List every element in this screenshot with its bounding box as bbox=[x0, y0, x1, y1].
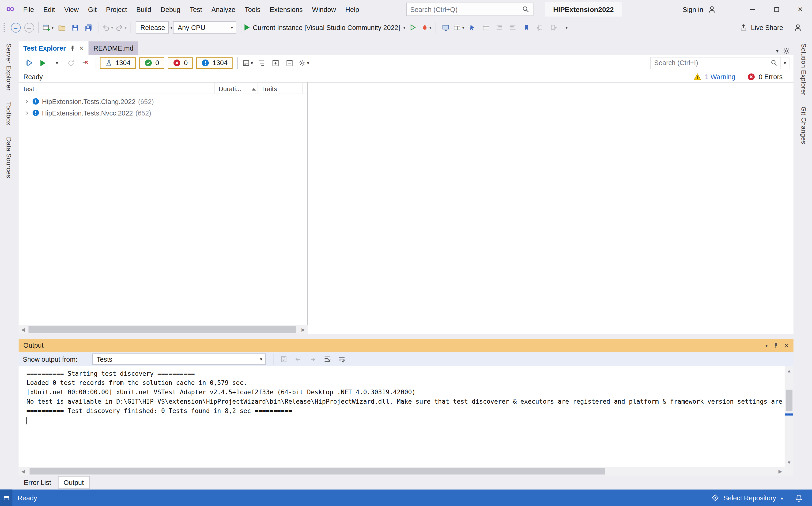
sign-in[interactable]: Sign in bbox=[683, 0, 716, 19]
column-header-traits[interactable]: Traits bbox=[258, 83, 303, 93]
feedback-icon[interactable] bbox=[794, 24, 802, 31]
open-file-button[interactable] bbox=[55, 21, 68, 34]
save-all-button[interactable] bbox=[82, 21, 95, 34]
test-settings-gear-icon[interactable]: ▾ bbox=[297, 56, 310, 70]
panel-settings-gear-icon[interactable] bbox=[783, 47, 791, 55]
user-account-icon[interactable] bbox=[708, 5, 716, 13]
live-share-label[interactable]: Live Share bbox=[751, 24, 783, 31]
search-options-chevron-icon[interactable]: ▾ bbox=[781, 57, 789, 69]
find-message-icon[interactable] bbox=[277, 352, 290, 366]
test-group-row-nvcc[interactable]: HipExtension.Tests.Nvcc.2022 (652) bbox=[19, 107, 307, 118]
chevron-up-icon[interactable]: ▴ bbox=[781, 495, 783, 500]
total-tests-badge[interactable]: 1304 bbox=[100, 57, 136, 69]
scroll-up-arrow-icon[interactable]: ▲ bbox=[785, 366, 794, 375]
next-message-icon[interactable] bbox=[307, 352, 319, 366]
sidebar-tab-toolbox[interactable]: Toolbox bbox=[5, 102, 12, 125]
save-button[interactable] bbox=[69, 21, 81, 34]
scrollbar-thumb[interactable] bbox=[786, 390, 793, 411]
bookmark-icon[interactable] bbox=[520, 21, 533, 34]
sidebar-tab-solution-explorer[interactable]: Solution Explorer bbox=[800, 44, 807, 96]
outdent-icon[interactable] bbox=[506, 21, 519, 34]
toolbar-grip[interactable] bbox=[3, 23, 6, 32]
toolbar-overflow-chevron-icon[interactable]: ▾ bbox=[560, 21, 573, 34]
menu-extensions[interactable]: Extensions bbox=[265, 3, 307, 16]
test-search-input[interactable] bbox=[654, 59, 771, 67]
solution-explorer-sync-icon[interactable]: ▾ bbox=[453, 21, 465, 34]
menu-analyze[interactable]: Analyze bbox=[207, 3, 240, 16]
cursor-select-icon[interactable] bbox=[466, 21, 479, 34]
start-debugging-button[interactable]: Current Instance [Visual Studio Communit… bbox=[245, 21, 406, 34]
tab-error-list[interactable]: Error List bbox=[19, 477, 57, 489]
passed-tests-badge[interactable]: 0 bbox=[139, 57, 164, 69]
run-button[interactable] bbox=[37, 56, 49, 70]
close-button[interactable]: × bbox=[788, 0, 812, 19]
previous-bookmark-icon[interactable] bbox=[533, 21, 546, 34]
scrollbar-thumb[interactable] bbox=[29, 468, 605, 475]
scroll-left-arrow-icon[interactable]: ◀ bbox=[19, 325, 28, 334]
search-icon[interactable] bbox=[771, 60, 777, 66]
close-tab-icon[interactable]: × bbox=[79, 44, 83, 52]
column-header-duration[interactable]: Durati... bbox=[215, 83, 258, 93]
sidebar-tab-data-sources[interactable]: Data Sources bbox=[5, 137, 12, 178]
window-position-chevron-icon[interactable]: ▾ bbox=[776, 49, 779, 54]
tab-readme[interactable]: README.md bbox=[89, 41, 138, 55]
expand-all-button[interactable] bbox=[269, 56, 282, 70]
collapse-all-button[interactable] bbox=[283, 56, 296, 70]
menu-window[interactable]: Window bbox=[308, 3, 341, 16]
test-search-box[interactable] bbox=[651, 57, 781, 69]
menu-view[interactable]: View bbox=[60, 3, 83, 16]
solution-configuration-dropdown[interactable]: Release ▾ bbox=[136, 21, 169, 34]
navigate-back-button[interactable]: ← bbox=[9, 21, 22, 34]
tab-test-explorer[interactable]: Test Explorer × bbox=[19, 41, 88, 55]
quick-search-input[interactable] bbox=[410, 5, 522, 13]
test-list-horizontal-scrollbar[interactable]: ◀ ▶ bbox=[19, 325, 308, 334]
warning-count-link[interactable]: 1 Warning bbox=[705, 73, 735, 80]
menu-build[interactable]: Build bbox=[132, 3, 156, 16]
menu-tools[interactable]: Tools bbox=[240, 3, 265, 16]
minimize-button[interactable] bbox=[741, 0, 765, 19]
previous-message-icon[interactable] bbox=[292, 352, 304, 366]
sidebar-tab-server-explorer[interactable]: Server Explorer bbox=[5, 44, 12, 91]
output-title-bar[interactable]: Output ▾ × bbox=[19, 339, 794, 352]
background-tasks-icon[interactable] bbox=[0, 490, 12, 506]
pin-icon[interactable] bbox=[773, 342, 779, 349]
clear-all-icon[interactable] bbox=[321, 352, 333, 366]
scrollbar-thumb[interactable] bbox=[28, 326, 296, 333]
menu-debug[interactable]: Debug bbox=[156, 3, 185, 16]
live-share-icon[interactable] bbox=[740, 24, 747, 31]
notifications-bell-icon[interactable] bbox=[795, 494, 803, 502]
search-icon[interactable] bbox=[522, 6, 530, 13]
start-without-debugging-button[interactable] bbox=[407, 21, 419, 34]
chevron-right-icon[interactable] bbox=[24, 99, 29, 104]
next-bookmark-icon[interactable] bbox=[547, 21, 559, 34]
redo-button[interactable]: ▾ bbox=[115, 21, 127, 34]
run-all-tests-button[interactable] bbox=[23, 56, 35, 70]
run-dropdown-chevron-icon[interactable]: ▾ bbox=[51, 56, 63, 70]
group-by-button[interactable] bbox=[256, 56, 268, 70]
quick-search-box[interactable] bbox=[406, 3, 533, 16]
not-run-tests-badge[interactable]: 1304 bbox=[197, 57, 232, 69]
chevron-right-icon[interactable] bbox=[24, 110, 29, 115]
menu-file[interactable]: File bbox=[18, 3, 39, 16]
menu-git[interactable]: Git bbox=[83, 3, 101, 16]
scroll-left-arrow-icon[interactable]: ◀ bbox=[19, 467, 28, 476]
output-horizontal-scrollbar[interactable]: ◀ ▶ bbox=[19, 467, 785, 476]
maximize-button[interactable] bbox=[764, 0, 788, 19]
column-header-test[interactable]: Test bbox=[19, 83, 215, 93]
watch-window-icon[interactable] bbox=[479, 21, 492, 34]
cancel-run-button[interactable] bbox=[79, 56, 91, 70]
indent-icon[interactable] bbox=[493, 21, 505, 34]
menu-help[interactable]: Help bbox=[341, 3, 364, 16]
close-panel-icon[interactable]: × bbox=[784, 341, 789, 350]
menu-test[interactable]: Test bbox=[185, 3, 207, 16]
scroll-down-arrow-icon[interactable]: ▼ bbox=[785, 458, 794, 467]
start-debugging-label[interactable]: Current Instance [Visual Studio Communit… bbox=[253, 24, 400, 31]
menu-edit[interactable]: Edit bbox=[39, 3, 60, 16]
sidebar-tab-git-changes[interactable]: Git Changes bbox=[800, 107, 807, 145]
solution-platform-dropdown[interactable]: Any CPU ▾ bbox=[173, 21, 236, 34]
scroll-right-arrow-icon[interactable]: ▶ bbox=[299, 325, 308, 334]
hot-reload-button[interactable]: ▾ bbox=[420, 21, 432, 34]
word-wrap-icon[interactable] bbox=[335, 352, 348, 366]
new-project-button[interactable]: ▾ bbox=[42, 21, 54, 34]
menu-project[interactable]: Project bbox=[101, 3, 132, 16]
